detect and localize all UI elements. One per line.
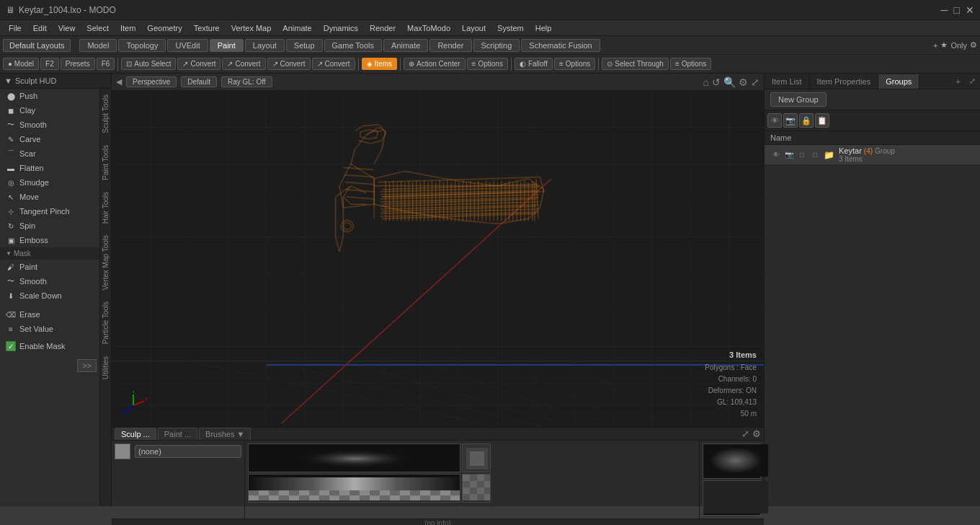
menu-file[interactable]: File <box>3 22 27 34</box>
menu-geometry[interactable]: Geometry <box>141 22 187 34</box>
rp-item-eye[interactable]: 👁 <box>770 149 782 161</box>
new-group-button[interactable]: New Group <box>770 92 827 107</box>
tool-spin[interactable]: ↻ Spin <box>0 219 99 233</box>
perspective-button[interactable]: Perspective <box>126 76 177 87</box>
vtab-particle-tools[interactable]: Particle Tools <box>100 296 111 350</box>
btab-brushes[interactable]: Brushes ▼ <box>199 428 251 440</box>
brush-right-preview-1[interactable] <box>703 444 761 479</box>
menu-animate[interactable]: Animate <box>277 22 317 34</box>
tool-set-value[interactable]: ≡ Set Value <box>0 322 99 336</box>
vtab-sculpt-tools[interactable]: Sculpt Tools <box>100 89 111 139</box>
items-button[interactable]: ◈ Items <box>362 58 397 70</box>
menu-view[interactable]: View <box>53 22 81 34</box>
tool-smooth-1[interactable]: 〜 Smooth <box>0 118 99 132</box>
vtab-utilities[interactable]: Utilities <box>100 350 111 385</box>
brushes-dropdown-arrow[interactable]: ▼ <box>236 430 244 438</box>
tool-scar[interactable]: ⌒ Scar <box>0 146 99 161</box>
maximize-button[interactable]: □ <box>954 4 960 16</box>
menu-edit[interactable]: Edit <box>27 22 53 34</box>
layout-tab-scripting[interactable]: Scripting <box>473 39 520 52</box>
ray-gl-button[interactable]: Ray GL: Off <box>221 76 272 87</box>
nav-back-icon[interactable]: ◀ <box>116 77 122 87</box>
brush-thumb-1[interactable] <box>462 444 491 472</box>
rp-tab-item-properties[interactable]: Item Properties <box>810 74 879 89</box>
viewport-canvas[interactable]: 3 Items Polygons : Face Channels: 0 Defo… <box>112 91 764 427</box>
settings-icon[interactable]: ⚙ <box>970 40 977 50</box>
rp-expand-button[interactable]: ⤢ <box>965 74 980 89</box>
btab-expand-icon[interactable]: ⤢ <box>741 428 749 439</box>
rp-group-item[interactable]: 👁 📷 □ □ 📁 Keytar (4) Group 3 Items <box>765 145 980 164</box>
rp-item-sq1[interactable]: □ <box>796 149 808 161</box>
enable-mask-toggle[interactable]: ✓ Enable Mask <box>0 339 99 353</box>
expand-viewport-icon[interactable]: ⤢ <box>751 76 760 88</box>
tool-clay[interactable]: ◼ Clay <box>0 103 99 118</box>
tool-flatten[interactable]: ▬ Flatten <box>0 161 99 175</box>
minimize-button[interactable]: ─ <box>941 4 948 16</box>
select-through-button[interactable]: ⊙ Select Through <box>602 58 669 70</box>
default-button[interactable]: Default <box>181 76 217 87</box>
vtab-paint-tools[interactable]: Paint Tools <box>100 139 111 186</box>
brush-thumb-2[interactable] <box>462 474 491 503</box>
falloff-button[interactable]: ◐ Falloff <box>514 58 553 70</box>
menu-texture[interactable]: Texture <box>188 22 226 34</box>
menu-system[interactable]: System <box>491 22 530 34</box>
sculpt-hud[interactable]: ▼ Sculpt HUD <box>0 74 111 89</box>
close-button[interactable]: ✕ <box>966 4 974 16</box>
layout-tab-schematic[interactable]: Schematic Fusion <box>521 39 600 52</box>
layout-tab-animate[interactable]: Animate <box>383 39 428 52</box>
menu-render[interactable]: Render <box>364 22 401 34</box>
menu-layout[interactable]: Layout <box>456 22 491 34</box>
tool-paint[interactable]: 🖌 Paint <box>0 260 99 274</box>
tool-carve[interactable]: ✎ Carve <box>0 132 99 146</box>
expand-button[interactable]: >> <box>77 359 97 372</box>
f6-button[interactable]: F6 <box>97 58 115 70</box>
rp-item-camera[interactable]: 📷 <box>783 149 795 161</box>
layout-tab-model[interactable]: Model <box>79 39 117 52</box>
tool-push[interactable]: ⬤ Push <box>0 89 99 103</box>
model-mode-button[interactable]: ● Model <box>3 58 39 70</box>
btab-sculpt[interactable]: Sculp ... <box>115 428 156 440</box>
rp-item-sq2[interactable]: □ <box>809 149 821 161</box>
options-button-3[interactable]: ≡ Options <box>670 58 711 70</box>
tool-emboss[interactable]: ▣ Emboss <box>0 233 99 247</box>
options-button-1[interactable]: ≡ Options <box>467 58 508 70</box>
tool-smudge[interactable]: ◎ Smudge <box>0 175 99 190</box>
rp-copy-button[interactable]: 📋 <box>815 113 829 128</box>
rp-add-button[interactable]: + <box>952 74 965 89</box>
add-layout-button[interactable]: + <box>933 41 937 50</box>
menu-vertexmap[interactable]: Vertex Map <box>226 22 277 34</box>
rp-lock-button[interactable]: 🔒 <box>799 113 814 128</box>
options-button-2[interactable]: ≡ Options <box>554 58 595 70</box>
menu-dynamics[interactable]: Dynamics <box>318 22 364 34</box>
tool-erase[interactable]: ⌫ Erase <box>0 307 99 322</box>
convert-button-1[interactable]: ↗ Convert <box>177 58 220 70</box>
auto-select-button[interactable]: ⊡ Auto Select <box>121 58 176 70</box>
tool-smooth-2[interactable]: 〜 Smooth <box>0 274 99 288</box>
f2-button[interactable]: F2 <box>40 58 59 70</box>
layout-tab-gametools[interactable]: Game Tools <box>324 39 383 52</box>
rp-camera-button[interactable]: 📷 <box>783 113 798 128</box>
brush-dropdown[interactable]: (none) <box>135 445 241 458</box>
home-icon[interactable]: ⌂ <box>703 76 709 88</box>
brush-right-preview-2[interactable] <box>703 480 761 516</box>
layout-tab-topology[interactable]: Topology <box>118 39 166 52</box>
vtab-hair-tools[interactable]: Hair Tools <box>100 186 111 229</box>
rp-tab-item-list[interactable]: Item List <box>765 74 810 89</box>
btab-paint[interactable]: Paint ... <box>158 428 197 440</box>
vtab-vertex-map-tools[interactable]: Vertex Map Tools <box>100 229 111 296</box>
layout-tab-uvedit[interactable]: UVEdit <box>167 39 208 52</box>
presets-button[interactable]: Presets <box>61 58 95 70</box>
menu-item[interactable]: Item <box>115 22 141 34</box>
menu-select[interactable]: Select <box>81 22 115 34</box>
refresh-icon[interactable]: ↺ <box>712 76 721 88</box>
rp-tab-groups[interactable]: Groups <box>878 74 919 89</box>
layout-tab-render[interactable]: Render <box>429 39 471 52</box>
action-center-button[interactable]: ⊕ Action Center <box>404 58 466 70</box>
brush-preview-main[interactable] <box>248 444 460 472</box>
convert-button-2[interactable]: ↗ Convert <box>222 58 265 70</box>
btab-settings-icon[interactable]: ⚙ <box>752 428 761 439</box>
menu-help[interactable]: Help <box>530 22 558 34</box>
brush-preview-gradient[interactable] <box>248 474 460 503</box>
viewport-settings-icon[interactable]: ⚙ <box>739 76 748 88</box>
tool-tangent-pinch[interactable]: ⊹ Tangent Pinch <box>0 204 99 219</box>
